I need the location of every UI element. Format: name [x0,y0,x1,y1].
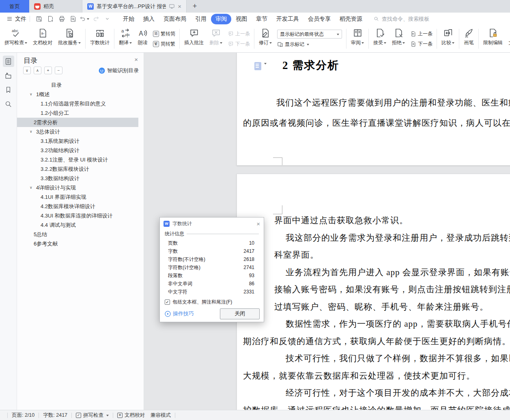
word-count-button[interactable]: 字数统计 [87,25,112,52]
toc-collapse-all-button[interactable]: ∨ [23,67,31,74]
menu-tab[interactable]: 章节 [252,14,272,24]
toc-item[interactable]: 3.2.1注册、登录 UI 模块设计 [17,155,144,164]
document-line[interactable]: 我这部分的业务需求为登录和注册用户，登录成功后跳转到选择 [286,232,510,243]
bookmark-panel-button[interactable] [3,84,14,95]
tab-home[interactable]: 首页 [0,0,29,13]
chevron-down-icon[interactable]: ∨ [30,183,32,192]
restrict-editing-button[interactable]: 限制编辑 [480,25,506,52]
menu-tab[interactable]: 会员专享 [303,14,335,24]
review-panel-button[interactable]: 审阅 [348,25,367,52]
document-line[interactable]: 护数据库，通过远程医疗也让接诊的数量增加，而且节约医院接待成本 [243,405,510,410]
undo-button[interactable] [80,14,89,24]
document-line[interactable]: 我们这个远程医疗需要做到用户的注册和登录功能、医生和病人 [276,97,510,108]
doc-proof-button[interactable]: a- 文档校对 [30,25,55,52]
toc-item[interactable]: 4.2数据库模块详细设计 [17,202,144,211]
next-change-button[interactable]: 下一条 [410,41,433,47]
toc-item[interactable]: 4.1UI 界面详细实现 [17,192,144,202]
spell-check-toggle[interactable]: ✓ 拼写检查 [76,412,109,419]
spell-check-button[interactable]: abc 拼写检查 [2,25,30,52]
outline-panel-button[interactable] [3,56,14,67]
document-line[interactable]: 界面中通过点击获取急救小常识。 [274,215,408,226]
show-markup-button[interactable]: 显示标记 [277,41,342,48]
accept-change-button[interactable]: 接受 [370,25,389,52]
dialog-close-icon[interactable]: × [256,220,260,227]
toc-item[interactable]: 6参考文献 [17,239,144,248]
reject-change-button[interactable]: 拒绝 [389,25,408,52]
toc-item[interactable]: ∨1概述 [17,90,144,99]
file-menu-button[interactable]: 文件 [6,15,26,23]
toc-zoom-out-button[interactable]: − [55,67,62,74]
trad-to-simp-button[interactable]: 简繁转简 [153,30,175,37]
menu-tab[interactable]: 稻壳资源 [335,14,367,24]
word-count-indicator[interactable]: 字数: 2417 [43,412,67,419]
redo-button[interactable] [91,14,101,24]
chevron-down-icon[interactable]: ∨ [30,90,32,99]
menu-tab[interactable]: 开始 [118,14,139,24]
prev-comment-button[interactable]: 上一条 [228,30,250,37]
screen-share-icon[interactable] [169,3,175,9]
document-line[interactable]: 接输入账号密码，如果没有账号，则点击注册按钮跳转到注册界面， 通 [274,284,510,295]
document-line[interactable]: 技术可行性，我们只做了个样例，数据并不算很多，如果以后扩 [286,353,510,364]
save-button[interactable] [34,14,44,24]
next-comment-button[interactable]: 下一条 [228,41,250,47]
grading-service-button[interactable]: 批改服务 [55,25,84,52]
find-panel-button[interactable] [3,98,14,110]
toc-item[interactable]: ∨4详细设计与实现 [17,183,144,192]
command-search[interactable]: 查找命令、搜索模板 [373,15,429,23]
delete-comment-button[interactable]: 删除 [207,25,225,52]
toc-zoom-in-button[interactable]: + [44,67,52,74]
compare-button[interactable]: 比较 [439,25,457,52]
toc-item[interactable]: ∨3总体设计 [17,127,144,136]
toc-item[interactable]: 5总结 [17,230,144,239]
toc-item[interactable]: 目录 [17,80,144,90]
doc-proof-toggle[interactable]: ✕ 文档校对 [117,412,145,419]
toc-close-icon[interactable]: × [134,56,138,63]
document-line[interactable]: 数据性需求，作为一项医疗的 app，需要获取病人手机号作为后 [286,318,510,330]
new-tab-button[interactable]: + [187,0,203,13]
tab-document[interactable]: W 基于安卓平台的...PP设计 报告 × [82,0,187,13]
tab-docer[interactable]: 稻壳 [29,0,82,13]
print-preview-button[interactable] [68,14,78,24]
toc-item[interactable]: 4.4 调试与测试 [17,220,144,230]
menu-tab[interactable]: 插入 [139,14,159,24]
read-aloud-button[interactable]: A 朗读 [135,25,151,52]
doc-permission-button[interactable]: 文档 [506,25,510,52]
toc-item[interactable]: 3.3数据结构设计 [17,174,144,183]
document-page-1[interactable]: 2 需求分析 我们这个远程医疗需要做到用户的注册和登录功能、医生和病人的原因或者… [237,53,510,166]
markup-state-dropdown[interactable]: 显示标记的最终状态 [277,30,342,39]
ink-brush-button[interactable]: 画笔 [461,25,477,52]
chevron-down-icon[interactable]: ∨ [30,127,32,136]
operation-tips-link[interactable]: 操作技巧 [165,310,194,317]
document-line[interactable]: 科室界面。 [274,249,319,261]
toc-expand-all-button[interactable]: ∧ [34,67,41,74]
close-button[interactable]: 关闭 [220,308,260,319]
section-heading[interactable]: 2 需求分析 [282,58,339,73]
menu-tab[interactable]: 审阅 [211,14,231,24]
simp-to-trad-button[interactable]: 繁简转繁 [153,41,175,47]
toc-item[interactable]: 4.3UI 和数据库连接的详细设计 [17,211,144,220]
toc-item[interactable]: 2需求分析 [17,118,138,127]
page-options-button[interactable] [254,62,267,70]
menu-tab[interactable]: 引用 [191,14,211,24]
track-changes-button[interactable]: 修订 [256,25,275,52]
document-line[interactable]: 经济可行性，对于这个项目开发的成本并不大，大部分成本为维 [286,387,510,398]
document-line[interactable]: 的原因或者视频问诊，医生举行直播课堂讲解医疗知识，病人可以在 [243,117,510,129]
document-line[interactable]: 业务流程为首先用户进入 app 会显示登录界面，如果有账号，则直 [286,267,510,278]
toc-item[interactable]: 3.2功能结构设计 [17,146,144,155]
prev-change-button[interactable]: 上一条 [410,30,433,37]
toc-item[interactable]: 3.1系统架构设计 [17,136,144,146]
checkbox-checked-icon[interactable]: ✓ [165,299,170,305]
document-line[interactable]: 大规模，就要依靠云数据库和云处理器，使技术更加可行。 [243,370,475,381]
page-indicator[interactable]: 页面: 2/10 [12,412,34,419]
print-button[interactable] [57,14,67,24]
toc-item[interactable]: 1.2小组分工 [17,108,144,118]
insert-comment-button[interactable]: 插入批注 [181,25,207,52]
document-line[interactable]: 过填写账户、密码、昵称、手机号、年龄来注册账号。 [274,301,488,312]
comments-panel-button[interactable] [3,70,14,81]
menu-tab[interactable]: 视图 [231,14,252,24]
close-tab-icon[interactable]: × [178,3,181,10]
include-footnotes-checkbox-row[interactable]: ✓ 包括文本框、脚注和尾注(F) [165,299,259,306]
toc-item[interactable]: 3.2.2数据库模块设计 [17,164,144,174]
word-count-dialog-titlebar[interactable]: W 字数统计 × [160,218,264,230]
translate-button[interactable]: a中 翻译 [116,25,135,52]
